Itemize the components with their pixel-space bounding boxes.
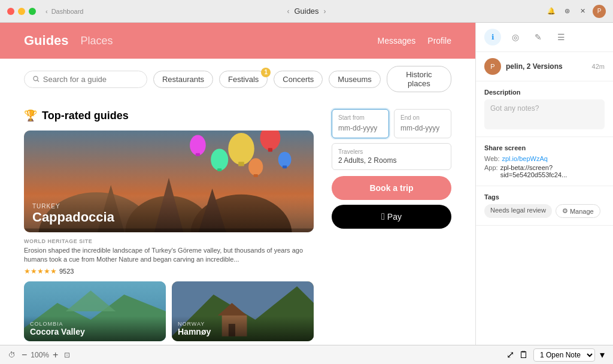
- start-date-input[interactable]: [338, 124, 383, 132]
- description-section: Description Got any notes?: [476, 81, 613, 137]
- filter-restaurants[interactable]: Restaurants: [153, 71, 213, 88]
- booking-panel: Start from End on Travelers 2 Adults, 2 …: [332, 109, 451, 341]
- small-card-overlay-2: NORWAY Hamnøy: [172, 316, 314, 341]
- nav-right: Messages Profile: [378, 36, 452, 46]
- card-title: Cappadoccia: [32, 210, 305, 225]
- bell-icon[interactable]: 🔔: [546, 6, 557, 17]
- window-title: Guides: [294, 7, 318, 16]
- review-count: 9523: [59, 268, 74, 275]
- share-app-row: App: zpl-beta://screen?sid=5e5420d553fc2…: [484, 164, 605, 178]
- end-date-input[interactable]: [400, 124, 445, 132]
- browser-panel: Guides Places Messages Profile Resta: [0, 23, 475, 364]
- help-icon[interactable]: ⊛: [562, 6, 572, 17]
- title-bar: ‹ Dashboard ‹ Guides › 🔔 ⊛ ✕ P: [0, 0, 613, 23]
- small-card-title-2: Hamnøy: [178, 327, 308, 336]
- travelers-value: 2 Adults, 2 Rooms: [338, 156, 445, 165]
- main-layout: Guides Places Messages Profile Resta: [0, 23, 613, 364]
- small-card-country-2: NORWAY: [178, 321, 308, 327]
- pencil-icon[interactable]: ✎: [530, 29, 547, 46]
- user-avatar: P: [484, 58, 501, 75]
- svg-rect-14: [217, 168, 221, 171]
- small-card-colombia[interactable]: COLOMBIA Cocora Valley: [24, 281, 166, 341]
- book-trip-button[interactable]: Book a trip: [332, 176, 451, 200]
- user-info: pelin, 2 Versions: [506, 62, 587, 71]
- note-icon[interactable]: ☰: [553, 29, 569, 46]
- back-chevron-icon: ‹: [45, 8, 48, 15]
- card-meta-desc: Erosion shaped the incredible landscape …: [24, 246, 314, 265]
- manage-button[interactable]: ⚙ Manage: [556, 204, 600, 218]
- search-box[interactable]: [24, 71, 147, 88]
- notes-icon[interactable]: 🗒: [519, 350, 529, 360]
- zoom-out-button[interactable]: −: [20, 350, 28, 360]
- svg-point-19: [278, 151, 292, 168]
- zoom-in-button[interactable]: +: [51, 350, 59, 360]
- start-date-field[interactable]: Start from: [332, 109, 389, 138]
- small-card-country-1: COLOMBIA: [30, 321, 160, 327]
- filter-festivals[interactable]: Festivals 1: [219, 71, 268, 88]
- content-area: 🏆 Top-rated guides: [0, 99, 475, 351]
- filter-concerts[interactable]: Concerts: [274, 71, 323, 88]
- history-icon[interactable]: ⏱: [8, 351, 16, 359]
- close-button[interactable]: [7, 8, 14, 15]
- share-row: Web: zpl.io/bepWzAq App: zpl-beta://scre…: [484, 155, 605, 178]
- small-card-norway[interactable]: NORWAY Hamnøy: [172, 281, 314, 341]
- trophy-icon: 🏆: [24, 109, 37, 122]
- nav-profile-link[interactable]: Profile: [427, 36, 451, 46]
- frame-icon[interactable]: ⊡: [64, 351, 70, 359]
- main-card[interactable]: TURKEY Cappadoccia: [24, 131, 314, 232]
- title-back-chevron: ‹: [287, 7, 289, 16]
- tags-label: Tags: [484, 193, 605, 201]
- share-app-link[interactable]: zpl-beta://screen?sid=5e5420d553fc24...: [500, 164, 605, 178]
- guide-list: 🏆 Top-rated guides: [24, 109, 314, 341]
- right-top-bar: ℹ ◎ ✎ ☰: [476, 23, 613, 52]
- tags-row: Needs legal review ⚙ Manage: [484, 204, 605, 218]
- filter-museums[interactable]: Museums: [329, 71, 380, 88]
- open-note-select[interactable]: 1 Open Note: [533, 348, 595, 362]
- card-country: TURKEY: [32, 203, 305, 210]
- nav-brand[interactable]: Guides: [24, 33, 69, 48]
- close-icon[interactable]: ✕: [577, 6, 588, 17]
- bottom-left: ⏱ − 100% + ⊡: [8, 350, 70, 360]
- maximize-button[interactable]: [29, 8, 36, 15]
- tags-section: Tags Needs legal review ⚙ Manage: [476, 186, 613, 226]
- search-filters: Restaurants Festivals 1 Concerts Museums…: [0, 59, 475, 99]
- pay-label: Pay: [387, 212, 402, 222]
- minimize-button[interactable]: [18, 8, 25, 15]
- share-section: Share screen Web: zpl.io/bepWzAq App: zp…: [476, 137, 613, 186]
- card-meta-sub: WORLD HERITAGE SITE: [24, 238, 314, 244]
- edit-circle-icon[interactable]: ◎: [507, 29, 524, 46]
- info-icon-button[interactable]: ℹ: [484, 29, 501, 46]
- nav-places-link[interactable]: Places: [81, 35, 113, 47]
- description-notes[interactable]: Got any notes?: [484, 99, 605, 129]
- bottom-bar: ⏱ − 100% + ⊡ ⤢ 🗒 1 Open Note ▾: [0, 345, 613, 364]
- dropdown-chevron-icon[interactable]: ▾: [600, 349, 605, 360]
- travelers-field[interactable]: Travelers 2 Adults, 2 Rooms: [332, 143, 451, 170]
- svg-point-13: [211, 149, 228, 171]
- title-center: ‹ Guides ›: [287, 7, 326, 16]
- zoom-control: − 100% +: [20, 350, 59, 360]
- travelers-label: Travelers: [338, 148, 445, 155]
- svg-rect-12: [268, 148, 272, 151]
- share-web-link[interactable]: zpl.io/bepWzAq: [502, 155, 547, 162]
- svg-rect-10: [238, 162, 244, 166]
- app-content: Guides Places Messages Profile Resta: [0, 23, 475, 364]
- card-meta: WORLD HERITAGE SITE Erosion shaped the i…: [24, 238, 314, 275]
- back-nav[interactable]: ‹ Dashboard: [45, 8, 84, 15]
- right-panel: ℹ ◎ ✎ ☰ P pelin, 2 Versions 42m Descript…: [475, 23, 613, 364]
- share-web-label: Web:: [484, 155, 499, 162]
- applepay-button[interactable]:  Pay: [332, 205, 451, 229]
- section-title: 🏆 Top-rated guides: [24, 109, 314, 122]
- search-icon: [33, 75, 40, 83]
- export-icon[interactable]: ⤢: [506, 349, 514, 360]
- avatar[interactable]: P: [593, 5, 606, 18]
- filter-historic-places[interactable]: Historic places: [387, 66, 451, 92]
- time-ago: 42m: [592, 63, 605, 70]
- nav-messages-link[interactable]: Messages: [378, 36, 416, 46]
- end-date-field[interactable]: End on: [394, 109, 451, 138]
- search-input[interactable]: [43, 75, 138, 84]
- svg-point-0: [34, 76, 38, 80]
- end-date-label: End on: [400, 114, 445, 121]
- svg-rect-18: [196, 153, 200, 156]
- small-cards: COLOMBIA Cocora Valley: [24, 281, 314, 341]
- share-label: Share screen: [484, 144, 605, 151]
